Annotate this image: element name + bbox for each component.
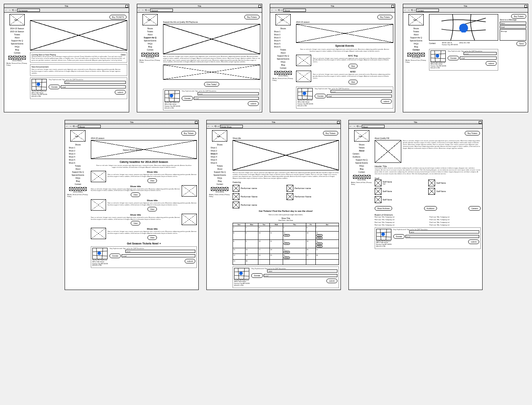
submit-button[interactable]: submit	[326, 279, 337, 283]
calendar-cell[interactable]: 20	[306, 248, 315, 254]
social-icon[interactable]	[78, 187, 82, 191]
nav-item[interactable]: Special Events	[6, 42, 28, 45]
nav-item[interactable]: Auditions	[350, 155, 373, 158]
nav-item[interactable]: About	[405, 33, 428, 36]
time-slot[interactable]: 2:00 pm	[283, 243, 290, 245]
nav-item[interactable]: Blog	[350, 167, 373, 170]
calendar-cell[interactable]: 30	[245, 259, 258, 265]
buy-tickets-button[interactable]: Buy Tickets	[323, 131, 338, 136]
nav-item[interactable]: Show 6	[208, 161, 231, 164]
season-cta[interactable]: Get Season Tickets Now! »	[91, 242, 197, 245]
nav-item[interactable]: Contact	[66, 183, 89, 186]
social-icon[interactable]	[22, 56, 26, 60]
nav-item[interactable]: Blog	[66, 180, 89, 183]
nav-item[interactable]: Show 4	[272, 39, 294, 42]
submit-button[interactable]: submit	[486, 61, 497, 66]
calendar-cell[interactable]: 25	[270, 254, 283, 259]
nav-item[interactable]: About	[208, 167, 231, 170]
name-input[interactable]: name	[125, 250, 195, 253]
reload-icon[interactable]: ⟲	[214, 125, 217, 128]
home-icon[interactable]: ⌂	[15, 9, 16, 11]
time-slot[interactable]: 7:30 pm	[316, 245, 323, 247]
calendar-cell[interactable]: 10	[258, 231, 270, 240]
calendar-cell[interactable]: 6	[306, 226, 315, 231]
donate-button[interactable]: Donate	[315, 94, 326, 98]
nav-item[interactable]: Show 6	[66, 161, 89, 164]
calendar-cell[interactable]: 7	[315, 226, 339, 231]
nav-item[interactable]: About	[139, 33, 162, 36]
nav-item[interactable]: Special Events	[139, 39, 162, 42]
submit-button[interactable]: submit	[468, 240, 479, 244]
buy-tickets-button[interactable]: Buy Tickets	[465, 131, 480, 136]
calendar-cell[interactable]: 15	[233, 248, 245, 254]
time-slot[interactable]: 7:30 pm	[316, 237, 323, 239]
calendar-cell[interactable]: 28	[315, 254, 339, 259]
nav-item[interactable]: Tickets	[6, 33, 28, 36]
calendar-cell[interactable]: 3	[258, 226, 270, 231]
nav-item[interactable]: Contact	[139, 48, 162, 51]
calendar-cell[interactable]: 9	[245, 231, 258, 240]
home-icon[interactable]: ⌂	[217, 125, 219, 128]
nav-item[interactable]: FAQs	[6, 45, 28, 48]
nav-item[interactable]: About	[6, 36, 28, 39]
donate-button[interactable]: Donate	[251, 273, 263, 278]
calendar-cell[interactable]: 9	[245, 240, 258, 248]
reload-icon[interactable]: ⟲	[12, 9, 14, 11]
footer-links[interactable]: Media | Terms of Use | Privacy Policy	[272, 77, 294, 82]
social-icon[interactable]	[288, 71, 292, 75]
nav-item[interactable]: Support the Q	[350, 158, 373, 161]
nav-item[interactable]: Show 3	[66, 152, 89, 155]
nav-item[interactable]: Special Events	[208, 173, 231, 176]
nav-item[interactable]: Special Events	[272, 57, 294, 60]
url-field[interactable]: Shows	[283, 9, 306, 12]
calendar-cell[interactable]: 192:00 pm	[283, 248, 306, 254]
nav-item[interactable]: Shows	[350, 143, 373, 146]
calendar-cell[interactable]: 4	[270, 226, 283, 231]
calendar-cell[interactable]: 1	[233, 226, 245, 231]
time-slot[interactable]: 2:00 pm	[283, 257, 290, 259]
calendar-cell[interactable]: 13	[306, 240, 315, 248]
back-icon[interactable]: ←	[66, 125, 68, 128]
nav-item[interactable]: Show 4	[208, 155, 231, 158]
email-input[interactable]: email	[264, 274, 337, 277]
calendar-cell[interactable]	[315, 259, 339, 265]
name-input[interactable]: name	[267, 269, 337, 273]
view-button[interactable]: View	[348, 80, 358, 84]
url-field[interactable]: Support	[150, 9, 173, 12]
nav-item[interactable]: Contact	[350, 170, 373, 173]
nav-item[interactable]: Show 2	[66, 149, 89, 152]
view-button[interactable]: View	[131, 221, 140, 225]
message-field[interactable]: Message	[500, 29, 526, 41]
buy-tickets-button[interactable]: Buy Tickets	[244, 15, 260, 19]
name-input[interactable]: name	[198, 92, 259, 95]
social-icon[interactable]	[412, 53, 416, 57]
time-slot[interactable]: 2:00 pm	[316, 243, 323, 245]
calendar-cell[interactable]: 22	[233, 254, 245, 259]
nav-item[interactable]: 2015-16 Season	[6, 30, 28, 33]
calendar-cell[interactable]: 29	[233, 259, 245, 265]
nav-item[interactable]: FAQs	[350, 164, 373, 167]
social-icon[interactable]	[225, 187, 228, 191]
buy-tickets-button[interactable]: Buy TICKETS	[109, 15, 127, 19]
calendar-cell[interactable]: 5	[283, 226, 306, 231]
send-button[interactable]: Send	[516, 41, 526, 46]
forward-icon[interactable]: →	[69, 125, 72, 128]
back-icon[interactable]: ←	[350, 125, 352, 128]
footer-links[interactable]: Media | Terms of Use | Privacy Policy	[139, 58, 162, 64]
social-icon[interactable]	[8, 56, 12, 60]
home-icon[interactable]: ⌂	[359, 125, 361, 128]
email-input[interactable]: email	[460, 57, 497, 60]
home-icon[interactable]: ⌂	[281, 9, 282, 11]
calendar-cell[interactable]: 13	[306, 231, 315, 240]
donate-button[interactable]: Donate	[109, 254, 121, 258]
submit-button[interactable]: submit	[381, 99, 392, 104]
time-slot[interactable]: 2:00 pm	[283, 251, 290, 253]
nav-item[interactable]: Show 3	[272, 36, 294, 39]
donate-button[interactable]: Donate	[393, 234, 405, 239]
nav-item[interactable]: Show 2	[208, 149, 231, 152]
nav-item[interactable]: Support the Q	[272, 54, 294, 57]
calendar-cell[interactable]: 122:00 pm	[283, 240, 306, 248]
nav-item[interactable]: About	[272, 51, 294, 54]
calendar-cell[interactable]: 142:00 pm7:30 pm	[315, 240, 339, 248]
nav-item[interactable]: Show 3	[208, 152, 231, 155]
